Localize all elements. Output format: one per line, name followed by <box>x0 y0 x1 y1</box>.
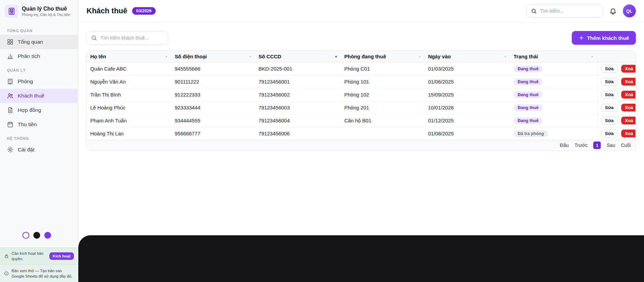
search-icon <box>91 35 97 41</box>
status-badge: Đang thuê <box>514 91 543 98</box>
theme-dot-dark[interactable] <box>33 232 40 239</box>
edit-button[interactable]: Sửa <box>601 130 618 137</box>
content: Thêm khách thuê Họ tên▲ Số điện thoại▲ <box>78 22 644 151</box>
nav-section-manage: Quản lý <box>7 68 78 72</box>
column-header-actions <box>597 51 635 62</box>
column-header-name[interactable]: Họ tên▲ <box>87 51 171 62</box>
pagination: Đầu Trước 1 Sau Cuối <box>87 140 635 150</box>
cell-actions: Sửa Xoá <box>597 62 635 75</box>
column-header-room[interactable]: Phòng đang thuê▲ <box>341 51 425 62</box>
cell-actions: Sửa Xoá <box>597 101 635 114</box>
cell-status: Đang thuê <box>510 101 597 114</box>
sidebar-item-cai-dat[interactable]: Cài đặt <box>0 143 78 157</box>
sort-asc-icon: ▲ <box>591 55 594 58</box>
table-row: Nguyễn Văn An 901111222 79123456001 Phòn… <box>87 75 635 88</box>
cell-room: Phòng 201 <box>341 101 425 114</box>
column-header-phone[interactable]: Số điện thoại▲ <box>171 51 255 62</box>
cell-status: Đang thuê <box>510 114 597 127</box>
app-title: Quản lý Cho thuê <box>22 6 70 12</box>
add-tenant-button[interactable]: Thêm khách thuê <box>572 31 636 45</box>
column-header-cccd[interactable]: Số CCCD▲ <box>255 51 341 62</box>
bar-chart-icon <box>7 53 14 60</box>
column-header-status[interactable]: Trạng thái▲ <box>510 51 597 62</box>
status-badge: Đang thuê <box>514 117 543 124</box>
delete-button[interactable]: Xoá <box>621 78 636 86</box>
cell-name: Trần Thị Bình <box>87 88 171 101</box>
cell-date: 01/12/2025 <box>425 114 510 127</box>
cell-room: Phòng 102 <box>341 88 425 101</box>
cell-actions: Sửa Xoá <box>597 127 635 140</box>
sidebar-item-thu-tien[interactable]: Thu tiền <box>0 117 78 132</box>
global-search-input[interactable] <box>539 8 599 14</box>
info-icon <box>4 271 9 276</box>
cell-cccd: 79123456001 <box>255 75 341 88</box>
column-header-date[interactable]: Ngày vào▲ <box>425 51 510 62</box>
tenant-table: Họ tên▲ Số điện thoại▲ Số CCCD▲ Phòng đa… <box>87 51 635 140</box>
topbar: Khách thuê 03/2026 QL <box>78 0 644 22</box>
cell-status: Đã trả phòng <box>510 127 597 140</box>
table-row: Trần Thị Bình 912222333 79123456002 Phòn… <box>87 88 635 101</box>
cell-date: 01/06/2025 <box>425 75 510 88</box>
sidebar-item-phan-tich[interactable]: Phân tích <box>0 49 78 63</box>
cell-date: 01/03/2025 <box>425 62 510 75</box>
cell-name: Lê Hoàng Phúc <box>87 101 171 114</box>
cell-name: Nguyễn Văn An <box>87 75 171 88</box>
pagination-next[interactable]: Sau <box>607 143 615 148</box>
tenant-search <box>87 31 168 45</box>
sidebar-item-phong[interactable]: Phòng <box>0 74 78 89</box>
cell-date: 15/09/2025 <box>425 88 510 101</box>
edit-button[interactable]: Sửa <box>601 117 618 124</box>
sidebar-item-label: Hợp đồng <box>18 107 41 113</box>
delete-button[interactable]: Xoá <box>621 91 636 99</box>
sort-asc-icon: ▲ <box>504 55 507 58</box>
table-row: Quán Cafe ABC 945555666 BKD-2025-001 Phò… <box>87 62 635 75</box>
users-icon <box>7 92 14 99</box>
building-icon <box>7 78 14 85</box>
avatar[interactable]: QL <box>623 4 636 17</box>
cell-cccd: BKD-2025-001 <box>255 62 341 75</box>
delete-button[interactable]: Xoá <box>621 65 636 73</box>
edit-button[interactable]: Sửa <box>601 65 618 73</box>
sidebar-item-khach-thue[interactable]: Khách thuê <box>0 89 78 103</box>
cell-phone: 923333444 <box>171 101 255 114</box>
cell-cccd: 79123456003 <box>255 101 341 114</box>
pagination-prev[interactable]: Trước <box>575 143 587 148</box>
edit-button[interactable]: Sửa <box>601 78 618 86</box>
document-icon <box>7 107 14 114</box>
plus-icon <box>579 35 584 41</box>
theme-picker <box>0 232 78 239</box>
cell-phone: 945555666 <box>171 62 255 75</box>
status-badge: Đã trả phòng <box>514 130 548 137</box>
sidebar-item-tong-quan[interactable]: Tổng quan <box>0 35 78 49</box>
tenant-search-input[interactable] <box>100 35 164 41</box>
theme-dot-light[interactable] <box>22 232 29 239</box>
sidebar-item-label: Thu tiền <box>18 121 37 128</box>
table-toolbar: Thêm khách thuê <box>87 31 636 45</box>
sidebar: Quản lý Cho thuê Phòng trọ, Căn hộ & Thu… <box>0 0 78 282</box>
cell-phone: 901111222 <box>171 75 255 88</box>
pagination-first[interactable]: Đầu <box>560 143 569 148</box>
notifications-button[interactable] <box>609 7 617 15</box>
activate-button[interactable]: Kích hoạt <box>49 252 74 260</box>
nav-section-system: Hệ thống <box>7 136 78 140</box>
theme-dot-purple[interactable] <box>44 232 51 239</box>
cell-date: 10/01/2026 <box>425 101 510 114</box>
edit-button[interactable]: Sửa <box>601 104 618 112</box>
delete-button[interactable]: Xoá <box>621 104 636 112</box>
delete-button[interactable]: Xoá <box>621 117 636 124</box>
sidebar-item-hop-dong[interactable]: Hợp đồng <box>0 103 78 117</box>
sidebar-item-label: Phân tích <box>18 53 40 59</box>
pagination-last[interactable]: Cuối <box>621 143 631 148</box>
license-notice-text: Cần kích hoạt bản quyền. <box>12 251 47 262</box>
status-badge: Đang thuê <box>514 78 543 85</box>
global-search <box>527 4 603 17</box>
status-badge: Đang thuê <box>514 104 543 111</box>
pagination-current-page[interactable]: 1 <box>593 142 601 149</box>
cell-name: Phạm Anh Tuấn <box>87 114 171 127</box>
gear-icon <box>7 146 14 153</box>
trial-notice-text: Bản xem thử — Tạo bản sao Google Sheets … <box>12 268 74 279</box>
app-logo-icon <box>5 4 18 18</box>
edit-button[interactable]: Sửa <box>601 91 618 99</box>
delete-button[interactable]: Xoá <box>621 130 636 137</box>
license-notice: Cần kích hoạt bản quyền. Kích hoạt <box>0 247 78 265</box>
